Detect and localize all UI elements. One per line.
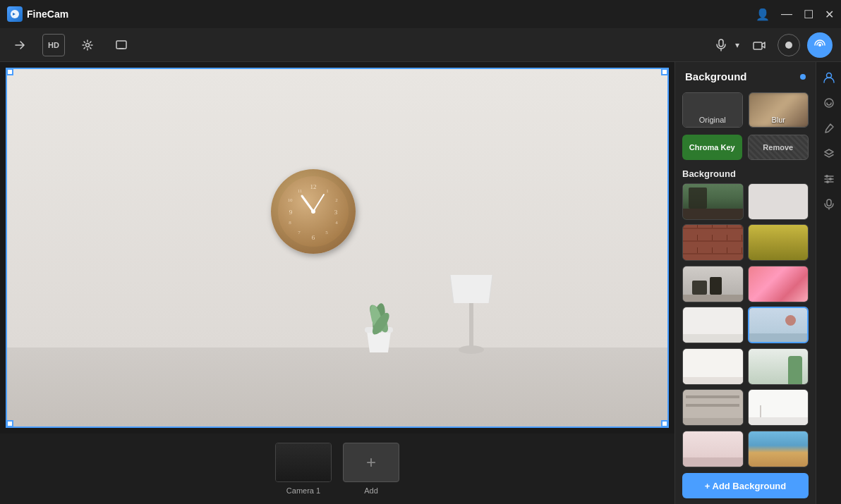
maximize-button[interactable]: ☐ [804, 8, 813, 21]
bg-thumb-plant-room[interactable] [748, 348, 809, 385]
brush-side-button[interactable] [819, 118, 839, 138]
bg-thumb-office[interactable] [682, 183, 744, 220]
original-option[interactable]: Original [682, 92, 743, 128]
bg-thumb-desk-dark[interactable] [682, 266, 744, 302]
bg-thumb-plant-room-inner [749, 349, 809, 384]
plant [354, 289, 404, 355]
scene: 12 3 6 9 1 2 4 5 7 8 [7, 69, 667, 426]
sliders-side-button[interactable] [819, 169, 839, 189]
svg-rect-2 [116, 41, 126, 49]
add-label: Add [364, 486, 378, 495]
titlebar: FineCam 👤 — ☐ ✕ [0, 0, 841, 28]
svg-point-33 [825, 175, 828, 178]
bg-thumb-pink-flowers[interactable] [748, 266, 809, 302]
svg-line-18 [302, 196, 313, 211]
bg-thumb-white-wall-inner [749, 184, 809, 219]
app-logo: FineCam [7, 6, 68, 22]
svg-text:11: 11 [298, 188, 303, 194]
corner-handle-tl[interactable] [6, 68, 13, 75]
svg-point-1 [86, 43, 90, 47]
bg-thumb-blue-room[interactable] [748, 307, 809, 343]
camera-frame: 12 3 6 9 1 2 4 5 7 8 [6, 68, 669, 428]
toolbar: HD ▾ [0, 28, 841, 62]
svg-point-29 [825, 99, 833, 107]
hd-button[interactable]: HD [42, 34, 65, 56]
svg-point-22 [459, 345, 484, 354]
camera-thumb-frame [275, 443, 332, 482]
bg-thumb-white-minimal2[interactable] [748, 389, 809, 426]
svg-text:5: 5 [326, 230, 329, 235]
shelf [7, 348, 667, 426]
app-title: FineCam [27, 8, 68, 20]
bg-thumb-pink-room-inner [683, 431, 743, 467]
bg-thumb-white-wall[interactable] [748, 183, 809, 220]
svg-text:4: 4 [336, 220, 339, 226]
bg-thumb-pink-flowers-inner [749, 266, 809, 302]
clock-body: 12 3 6 9 1 2 4 5 7 8 [271, 169, 356, 254]
svg-rect-3 [719, 39, 723, 47]
svg-text:7: 7 [298, 230, 301, 235]
chroma-key-button[interactable]: Chroma Key [682, 135, 742, 160]
bg-thumb-office-inner [683, 184, 743, 219]
bg-thumb-dark-shelves-inner [683, 390, 743, 425]
bg-thumb-brick-inner [683, 225, 743, 260]
corner-handle-bl[interactable] [6, 420, 13, 427]
camera-button[interactable] [748, 34, 770, 56]
action-options: Chroma Key Remove [675, 132, 816, 166]
corner-handle-tr[interactable] [661, 68, 668, 75]
remove-label: Remove [763, 143, 793, 152]
layers-side-button[interactable] [819, 144, 839, 164]
bg-thumb-yellow-green-inner [749, 225, 809, 260]
lamp-svg [447, 268, 496, 359]
camera-thumb-label: Camera 1 [286, 486, 320, 495]
minimize-button[interactable]: — [781, 8, 792, 20]
clock-face: 12 3 6 9 1 2 4 5 7 8 [278, 176, 349, 247]
add-background-button[interactable]: + Add Background [682, 473, 809, 498]
bg-thumb-white-minimal2-inner [749, 390, 809, 425]
logo-icon [7, 6, 23, 22]
settings-button[interactable] [76, 34, 99, 56]
bg-thumb-desk-dark-inner [683, 266, 743, 302]
record-button[interactable] [778, 34, 800, 56]
svg-text:6: 6 [312, 234, 315, 241]
corner-handle-br[interactable] [661, 420, 668, 427]
screen-button[interactable] [110, 34, 133, 56]
broadcast-button[interactable] [807, 32, 833, 58]
svg-point-20 [311, 209, 315, 214]
side-icons-panel [816, 62, 841, 504]
svg-point-35 [826, 180, 829, 183]
user-account-icon[interactable]: 👤 [756, 8, 770, 21]
bg-section-label: Background [675, 166, 816, 183]
mic-side-button[interactable] [819, 195, 839, 214]
mic-button[interactable] [710, 34, 732, 56]
bg-thumb-brick[interactable] [682, 224, 744, 261]
right-panel: Background Original Blur Chroma Key Remo… [674, 62, 816, 504]
svg-point-34 [829, 178, 832, 180]
bg-thumb-white-room[interactable] [682, 307, 744, 343]
panel-title: Background [685, 70, 747, 82]
bg-type-options: Original Blur [675, 88, 816, 132]
add-thumb-button[interactable]: + [343, 443, 399, 482]
bg-thumb-beach[interactable] [748, 431, 809, 467]
lamp [447, 268, 496, 362]
remove-button[interactable]: Remove [748, 135, 809, 160]
blur-option[interactable]: Blur [749, 92, 809, 128]
person-side-button[interactable] [819, 68, 839, 87]
share-button[interactable] [8, 34, 31, 56]
mic-dropdown-button[interactable]: ▾ [734, 39, 741, 51]
mic-group: ▾ [710, 34, 741, 56]
close-button[interactable]: ✕ [825, 8, 834, 21]
svg-rect-36 [827, 199, 831, 206]
bottom-strip: Camera 1 + Add [0, 434, 674, 504]
plant-svg [354, 289, 404, 352]
bg-thumb-minimal-white[interactable] [682, 348, 744, 385]
effects-side-button[interactable] [819, 93, 839, 113]
svg-text:12: 12 [310, 183, 317, 190]
camera-thumbnail[interactable]: Camera 1 [275, 443, 332, 495]
svg-point-5 [818, 44, 821, 47]
bg-thumb-pink-room[interactable] [682, 431, 744, 467]
bg-thumb-dark-shelves[interactable] [682, 389, 744, 426]
bg-thumb-yellow-green[interactable] [748, 224, 809, 261]
preview-area: 12 3 6 9 1 2 4 5 7 8 [0, 62, 674, 504]
add-source[interactable]: + Add [343, 443, 399, 495]
